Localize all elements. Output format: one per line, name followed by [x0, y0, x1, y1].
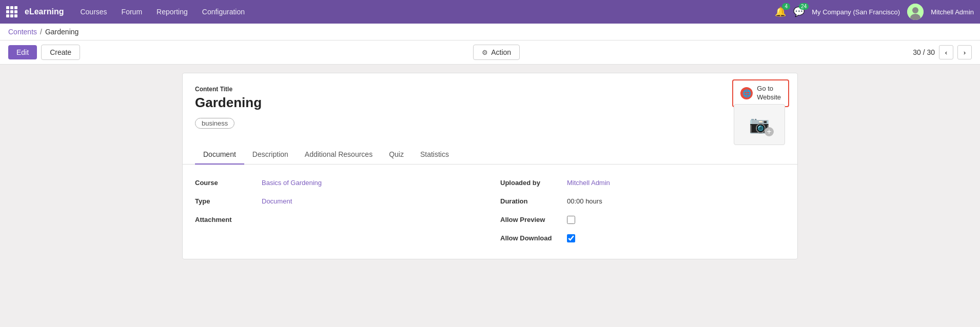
allow-download-label: Allow Download [500, 233, 567, 242]
next-page-button[interactable]: › [957, 45, 972, 59]
breadcrumb-current: Gardening [45, 28, 79, 36]
nav-reporting[interactable]: Reporting [150, 5, 194, 19]
nav-configuration[interactable]: Configuration [196, 5, 251, 19]
action-bar: Edit Create ⚙ Action 30 / 30 ‹ › [0, 40, 980, 65]
user-name: Mitchell Admin [931, 8, 974, 16]
action-button[interactable]: ⚙ Action [473, 45, 520, 60]
pagination-display: 30 / 30 [913, 48, 935, 56]
go-to-website-button[interactable]: 🌐 Go to Website [732, 79, 789, 107]
type-value[interactable]: Document [262, 196, 292, 205]
tab-document[interactable]: Document [195, 145, 244, 165]
form-grid: Course Basics of Gardening Type Document… [195, 175, 785, 249]
tab-additional-resources[interactable]: Additional Resources [297, 145, 381, 165]
form-row-uploaded-by: Uploaded by Mitchell Admin [500, 175, 785, 193]
form-body: Content Title Gardening business [183, 73, 797, 145]
form-row-duration: Duration 00:00 hours [500, 193, 785, 212]
notifications-bell[interactable]: 🔔 4 [775, 6, 786, 17]
course-value[interactable]: Basics of Gardening [262, 178, 322, 187]
form-row-type: Type Document [195, 193, 480, 212]
form-right: Uploaded by Mitchell Admin Duration 00:0… [500, 175, 785, 249]
form-row-attachment: Attachment [195, 212, 480, 230]
nav-courses[interactable]: Courses [74, 5, 113, 19]
avatar[interactable] [907, 4, 924, 20]
duration-label: Duration [500, 196, 567, 205]
main-content: 🌐 Go to Website 📷 + Content Title Garden… [0, 65, 980, 325]
create-button[interactable]: Create [41, 45, 80, 60]
breadcrumb: Contents / Gardening [0, 24, 980, 40]
grid-icon [6, 6, 17, 17]
tab-description[interactable]: Description [244, 145, 297, 165]
app-name: eLearning [25, 7, 64, 16]
allow-preview-label: Allow Preview [500, 215, 567, 223]
uploaded-by-label: Uploaded by [500, 178, 567, 187]
image-placeholder[interactable]: 📷 + [734, 104, 785, 145]
prev-page-button[interactable]: ‹ [939, 45, 953, 59]
breadcrumb-separator: / [40, 28, 42, 36]
notifications-chat[interactable]: 💬 24 [793, 6, 805, 17]
add-image-icon: + [765, 127, 774, 136]
company-name: My Company (San Francisco) [812, 8, 900, 16]
duration-value: 00:00 hours [567, 196, 602, 205]
chat-badge: 24 [799, 3, 809, 10]
form-row-allow-download: Allow Download [500, 230, 785, 249]
pagination: 30 / 30 ‹ › [913, 45, 972, 59]
form-left: Course Basics of Gardening Type Document… [195, 175, 480, 249]
content-title-label: Content Title [195, 86, 785, 93]
form-row-course: Course Basics of Gardening [195, 175, 480, 193]
action-label: Action [491, 48, 511, 56]
nav-links: Courses Forum Reporting Configuration [74, 5, 775, 19]
tabs-bar: Document Description Additional Resource… [183, 145, 797, 165]
top-navigation: eLearning Courses Forum Reporting Config… [0, 0, 980, 24]
form-section: Course Basics of Gardening Type Document… [183, 165, 797, 259]
bell-badge: 4 [782, 3, 790, 10]
allow-download-checkbox[interactable] [567, 234, 575, 242]
uploaded-by-value[interactable]: Mitchell Admin [567, 178, 610, 187]
attachment-label: Attachment [195, 215, 262, 223]
type-label: Type [195, 196, 262, 205]
gear-icon: ⚙ [482, 49, 488, 56]
tag-business[interactable]: business [195, 118, 234, 129]
tab-quiz[interactable]: Quiz [381, 145, 412, 165]
edit-button[interactable]: Edit [8, 45, 37, 59]
topnav-right: 🔔 4 💬 24 My Company (San Francisco) Mitc… [775, 4, 974, 20]
allow-preview-checkbox[interactable] [567, 216, 575, 224]
form-row-allow-preview: Allow Preview [500, 212, 785, 230]
tab-statistics[interactable]: Statistics [412, 145, 457, 165]
goto-website-label: Go to Website [757, 85, 781, 102]
nav-forum[interactable]: Forum [115, 5, 148, 19]
app-logo[interactable]: eLearning [6, 6, 64, 17]
content-card: 🌐 Go to Website 📷 + Content Title Garden… [182, 73, 798, 259]
content-title-value: Gardening [195, 95, 785, 111]
globe-icon: 🌐 [740, 87, 753, 99]
svg-point-1 [912, 7, 918, 13]
course-label: Course [195, 178, 262, 187]
breadcrumb-parent[interactable]: Contents [8, 28, 37, 36]
